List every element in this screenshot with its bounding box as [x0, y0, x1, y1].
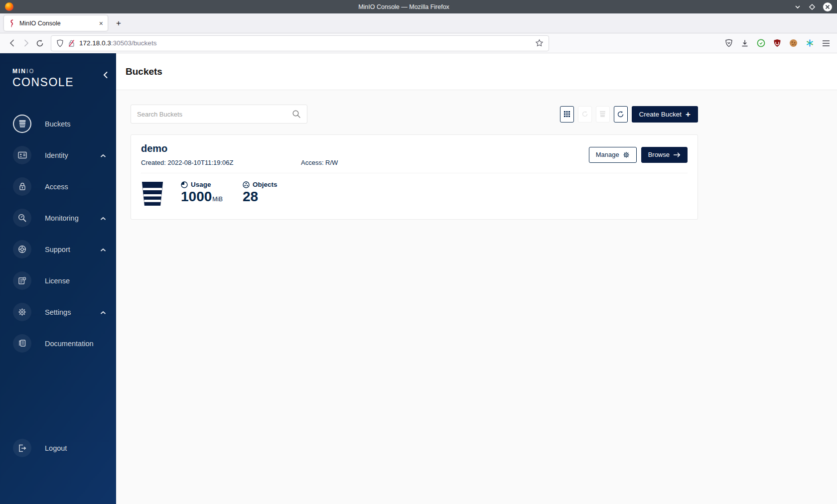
monitor-magnifier-icon: [13, 209, 31, 227]
logo-min: MIN: [12, 68, 26, 75]
bucket-created: Created: 2022-08-10T11:19:06Z: [141, 159, 301, 166]
objects-metric: Objects 28: [243, 181, 278, 205]
objects-value: 28: [243, 189, 258, 205]
sidebar-item-buckets[interactable]: Buckets: [0, 108, 116, 139]
replication-arrows-icon: [581, 111, 588, 118]
titlebar: MinIO Console — Mozilla Firefox: [0, 0, 837, 13]
documentation-book-icon: [13, 334, 31, 353]
pocket-shield-icon[interactable]: [725, 39, 733, 47]
sidebar-item-support[interactable]: Support: [0, 234, 116, 265]
bucket-icon: [13, 115, 31, 133]
search-input[interactable]: [137, 111, 292, 118]
downloads-icon[interactable]: [741, 39, 749, 47]
minio-logo: MINIO CONSOLE: [0, 53, 116, 89]
search-icon: [292, 110, 301, 119]
extension-green-badge-icon[interactable]: [757, 39, 765, 47]
bucket-small-icon: [599, 111, 606, 118]
identity-card-icon: [13, 146, 31, 164]
tab-title: MinIO Console: [19, 20, 95, 27]
cookie-extension-icon[interactable]: [789, 39, 798, 47]
replication-button-disabled: [578, 106, 592, 123]
sidebar-item-label: Identity: [45, 151, 68, 159]
sidebar-item-label: Settings: [45, 308, 71, 316]
reload-icon[interactable]: [33, 36, 47, 50]
sidebar-item-documentation[interactable]: Documentation: [0, 328, 116, 359]
menu-hamburger-icon[interactable]: [822, 40, 830, 47]
usage-unit: MiB: [212, 196, 223, 203]
sidebar-item-label: Buckets: [45, 120, 71, 128]
insecure-lock-icon[interactable]: [68, 39, 75, 47]
maximize-icon[interactable]: [809, 3, 816, 10]
back-icon[interactable]: [5, 36, 19, 50]
minimize-icon[interactable]: [794, 3, 801, 10]
page-header: Buckets: [116, 53, 837, 90]
logo-console: CONSOLE: [12, 76, 116, 89]
bucket-card[interactable]: demo Created: 2022-08-10T11:19:06Z Acces…: [131, 134, 698, 220]
bucket-name[interactable]: demo: [141, 143, 589, 154]
sidebar-item-label: Documentation: [45, 340, 94, 348]
objects-icon: [243, 181, 250, 188]
create-bucket-label: Create Bucket: [639, 111, 682, 118]
usage-metric: Usage 1000 MiB: [181, 181, 223, 205]
new-tab-button[interactable]: +: [112, 16, 126, 30]
url-bar[interactable]: 172.18.0.3:30503/buckets: [51, 35, 549, 51]
delete-bucket-button-disabled: [596, 106, 610, 123]
asterisk-extension-icon[interactable]: [806, 39, 814, 47]
refresh-button[interactable]: [614, 106, 628, 123]
screen: MinIO Console — Mozilla Firefox MinIO Co…: [0, 0, 837, 504]
browse-button[interactable]: Browse: [641, 147, 688, 163]
bookmark-star-icon[interactable]: [535, 39, 544, 47]
sidebar-item-settings[interactable]: Settings: [0, 296, 116, 328]
page-title: Buckets: [126, 66, 162, 77]
sidebar-item-label: Monitoring: [45, 214, 79, 222]
browser-toolbar: 172.18.0.3:30503/buckets: [0, 33, 837, 53]
chevron-up-icon[interactable]: [100, 214, 106, 223]
minio-favicon-icon: [8, 19, 15, 27]
grid-icon: [563, 111, 570, 118]
lock-icon: [13, 177, 31, 196]
sidebar-item-monitoring[interactable]: Monitoring: [0, 202, 116, 234]
chevron-up-icon[interactable]: [100, 245, 106, 254]
usage-label: Usage: [191, 181, 211, 188]
sidebar: MINIO CONSOLE Buckets Identit: [0, 53, 116, 504]
grid-view-button[interactable]: [560, 106, 574, 123]
chevron-up-icon[interactable]: [100, 151, 106, 160]
create-bucket-button[interactable]: Create Bucket+: [632, 106, 698, 123]
gear-icon: [623, 151, 630, 158]
ublock-origin-icon[interactable]: [773, 39, 781, 47]
manage-button[interactable]: Manage: [589, 147, 637, 163]
lifebuoy-icon: [13, 240, 31, 258]
sidebar-item-access[interactable]: Access: [0, 171, 116, 202]
manage-label: Manage: [596, 151, 619, 158]
sidebar-collapse-icon[interactable]: [103, 71, 108, 81]
url-path: :30503/buckets: [111, 39, 157, 47]
actions-row: Create Bucket+: [131, 105, 698, 124]
logout-icon: [13, 439, 31, 457]
tracking-shield-icon[interactable]: [56, 39, 64, 47]
search-box[interactable]: [131, 105, 307, 124]
sidebar-nav: Buckets Identity Access: [0, 108, 116, 359]
objects-label: Objects: [253, 181, 278, 188]
firefox-logo-icon: [5, 2, 13, 11]
main-area: Buckets: [116, 53, 837, 504]
sidebar-item-license[interactable]: License: [0, 265, 116, 296]
forward-icon[interactable]: [19, 36, 33, 50]
sidebar-item-label: Access: [45, 183, 68, 191]
tab-close-icon[interactable]: ×: [99, 20, 103, 27]
sidebar-item-label: Support: [45, 246, 70, 253]
refresh-icon: [617, 111, 624, 118]
plus-icon: +: [686, 110, 691, 119]
sidebar-item-label: Logout: [45, 444, 67, 452]
sidebar-item-label: License: [45, 277, 70, 285]
browse-label: Browse: [648, 151, 670, 158]
chevron-up-icon[interactable]: [100, 308, 106, 317]
tab-minio-console[interactable]: MinIO Console ×: [4, 15, 108, 31]
usage-value: 1000: [181, 189, 212, 205]
close-icon[interactable]: [823, 2, 832, 11]
arrow-right-icon: [673, 152, 681, 158]
sidebar-item-logout[interactable]: Logout: [0, 432, 116, 464]
sidebar-item-identity[interactable]: Identity: [0, 139, 116, 171]
license-document-icon: [13, 271, 31, 290]
url-text[interactable]: 172.18.0.3:30503/buckets: [79, 39, 531, 47]
usage-pie-icon: [181, 181, 188, 188]
